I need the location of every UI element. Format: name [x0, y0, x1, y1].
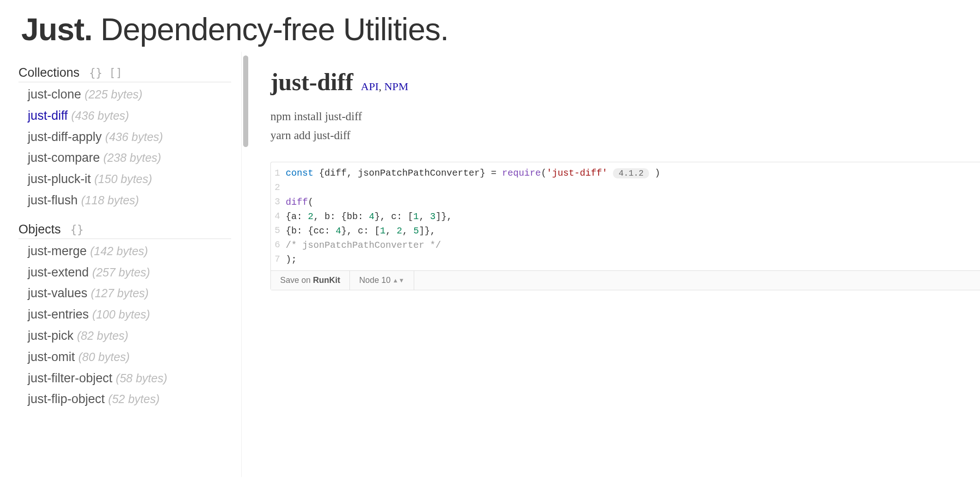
section-head-objects: Objects {}	[18, 220, 231, 239]
item-name: just-values	[28, 286, 91, 300]
code-area[interactable]: 1234567 const {diff, jsonPatchPathConver…	[271, 162, 980, 270]
item-size: (58 bytes)	[116, 372, 167, 385]
sidebar-item-just-filter-object[interactable]: just-filter-object (58 bytes)	[28, 368, 231, 389]
sidebar-item-just-entries[interactable]: just-entries (100 bytes)	[28, 304, 231, 325]
item-name: just-pluck-it	[28, 172, 94, 186]
item-name: just-compare	[28, 151, 104, 165]
item-size: (150 bytes)	[94, 172, 152, 185]
api-link[interactable]: API	[361, 80, 379, 92]
item-name: just-omit	[28, 350, 79, 364]
item-size: (127 bytes)	[91, 287, 149, 300]
item-name: just-extend	[28, 265, 92, 279]
page-title: Just. Dependency-free Utilities.	[21, 11, 959, 47]
code-line-7: );	[286, 252, 660, 267]
code-line-3: diff(	[286, 195, 660, 209]
section-glyphs: {}	[64, 223, 84, 236]
section-head-collections: Collections {} []	[18, 63, 231, 82]
sidebar-item-just-values[interactable]: just-values (127 bytes)	[28, 283, 231, 304]
code-lines: const {diff, jsonPatchPathConverter} = r…	[286, 166, 666, 267]
package-title: just-diff	[270, 69, 353, 95]
sidebar-item-just-extend[interactable]: just-extend (257 bytes)	[28, 262, 231, 283]
sidebar-item-just-diff-apply[interactable]: just-diff-apply (436 bytes)	[28, 127, 231, 148]
code-line-2	[286, 181, 660, 195]
code-block: 1234567 const {diff, jsonPatchPathConver…	[270, 162, 980, 290]
item-name: just-flip-object	[28, 392, 108, 406]
package-links: API, NPM	[361, 80, 409, 92]
yarn-install: yarn add just-diff	[270, 126, 980, 145]
item-name: just-diff	[28, 109, 71, 122]
sidebar-item-just-diff[interactable]: just-diff (436 bytes)	[28, 105, 231, 127]
node-version-select[interactable]: Node 10▲▼	[350, 271, 414, 290]
item-size: (436 bytes)	[71, 109, 129, 122]
sidebar-item-just-pluck-it[interactable]: just-pluck-it (150 bytes)	[28, 169, 231, 190]
sidebar-item-just-flush[interactable]: just-flush (118 bytes)	[28, 190, 231, 211]
item-size: (225 bytes)	[85, 88, 142, 101]
item-name: just-diff-apply	[28, 130, 105, 144]
line-gutter: 1234567	[271, 166, 286, 267]
code-line-4: {a: 2, b: {bb: 4}, c: [1, 3]},	[286, 209, 660, 224]
code-footer: Save on RunKit Node 10▲▼	[271, 270, 980, 290]
npm-link[interactable]: NPM	[384, 80, 408, 92]
title-rest: Dependency-free Utilities.	[92, 12, 448, 47]
scrollbar-thumb[interactable]	[243, 55, 248, 147]
sidebar-item-just-compare[interactable]: just-compare (238 bytes)	[28, 147, 231, 169]
section-label: Objects	[18, 222, 61, 236]
item-name: just-filter-object	[28, 371, 116, 385]
item-name: just-merge	[28, 244, 90, 258]
section-label: Collections	[18, 66, 80, 80]
item-size: (80 bytes)	[79, 350, 130, 363]
item-size: (52 bytes)	[108, 392, 159, 405]
sidebar-item-just-pick[interactable]: just-pick (82 bytes)	[28, 325, 231, 347]
main-content: just-diff API, NPM npm install just-diff…	[241, 52, 980, 477]
header: Just. Dependency-free Utilities.	[0, 0, 980, 52]
item-name: just-pick	[28, 329, 77, 343]
title-bold: Just.	[21, 12, 92, 47]
npm-install: npm install just-diff	[270, 107, 980, 126]
item-size: (238 bytes)	[104, 151, 161, 164]
item-size: (118 bytes)	[81, 194, 139, 207]
sidebar-item-just-merge[interactable]: just-merge (142 bytes)	[28, 241, 231, 262]
sidebar-scrollbar[interactable]	[242, 52, 249, 477]
item-size: (436 bytes)	[105, 130, 163, 143]
code-line-6: /* jsonPatchPathConverter */	[286, 238, 660, 252]
version-badge[interactable]: 4.1.2	[613, 168, 649, 178]
sidebar-item-just-clone[interactable]: just-clone (225 bytes)	[28, 84, 231, 105]
sidebar-item-just-flip-object[interactable]: just-flip-object (52 bytes)	[28, 389, 231, 410]
item-size: (82 bytes)	[77, 329, 129, 342]
sidebar: Collections {} []just-clone (225 bytes)j…	[0, 52, 231, 477]
code-line-5: {b: {cc: 4}, c: [1, 2, 5]},	[286, 224, 660, 238]
item-name: just-flush	[28, 193, 81, 207]
link-separator: ,	[379, 80, 384, 92]
item-size: (100 bytes)	[92, 308, 150, 321]
section-glyphs: {} []	[82, 67, 122, 80]
sort-icon: ▲▼	[392, 277, 404, 284]
install-instructions: npm install just-diff yarn add just-diff	[270, 107, 980, 145]
item-size: (142 bytes)	[90, 245, 148, 257]
code-line-1: const {diff, jsonPatchPathConverter} = r…	[286, 166, 660, 181]
sidebar-item-just-omit[interactable]: just-omit (80 bytes)	[28, 347, 231, 368]
save-runkit-button[interactable]: Save on RunKit	[271, 271, 350, 290]
item-name: just-clone	[28, 87, 85, 101]
item-name: just-entries	[28, 307, 92, 321]
item-size: (257 bytes)	[92, 266, 150, 279]
